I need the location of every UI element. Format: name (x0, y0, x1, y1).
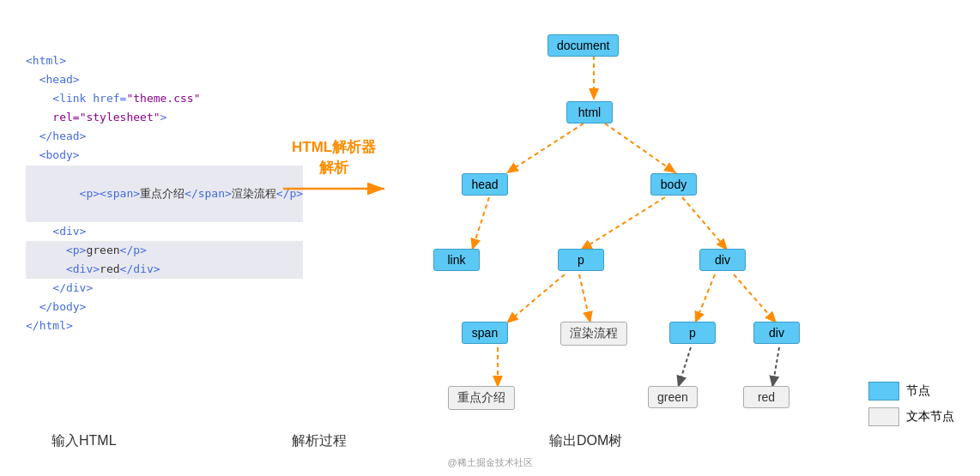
node-p2: p (669, 322, 716, 344)
node-link: link (433, 249, 480, 271)
node-html: html (566, 101, 613, 124)
svg-line-8 (580, 197, 665, 250)
legend: 节点 文本节点 (868, 382, 954, 433)
node-body: body (650, 173, 697, 196)
svg-line-10 (506, 274, 565, 323)
watermark: @稀土掘金技术社区 (447, 456, 532, 469)
svg-line-13 (734, 274, 777, 323)
code-line: rel="stylesheet"> (26, 108, 303, 127)
node-red: red (743, 386, 789, 408)
svg-line-9 (682, 197, 728, 250)
legend-gray-box (868, 407, 899, 426)
code-line: <div> (26, 222, 303, 241)
tree-edges (403, 17, 918, 412)
svg-line-15 (678, 347, 691, 388)
node-span: span (462, 322, 508, 344)
node-document: document (547, 34, 619, 57)
label-output: 输出DOM树 (549, 432, 622, 450)
node-p: p (558, 249, 604, 271)
label-input: 输入HTML (51, 432, 117, 450)
parse-arrow (283, 172, 395, 206)
svg-line-7 (472, 197, 489, 250)
code-line: <p><span>重点介绍</span>渲染流程</p> (26, 166, 303, 222)
svg-line-6 (605, 124, 676, 173)
dom-tree: document html head body link p div span … (403, 17, 918, 412)
node-head: head (462, 173, 508, 196)
code-line: <head> (26, 70, 303, 89)
node-zhongdian: 重点介绍 (448, 386, 515, 410)
code-line: <div>red</div> (26, 260, 303, 279)
legend-blue-label: 节点 (906, 383, 930, 399)
code-line: <html> (26, 51, 303, 70)
svg-line-11 (579, 274, 590, 323)
code-line: </html> (26, 316, 303, 335)
code-line: <body> (26, 146, 303, 165)
code-panel: <html> <head> <link href="theme.css" rel… (26, 51, 303, 335)
svg-line-12 (695, 274, 715, 323)
code-line: </body> (26, 298, 303, 316)
code-line: <p>green</p> (26, 241, 303, 260)
node-green: green (648, 386, 698, 408)
svg-line-16 (772, 347, 779, 388)
code-line: </head> (26, 127, 303, 146)
node-text-render: 渲染流程 (560, 322, 627, 346)
node-div: div (699, 249, 746, 271)
legend-gray-label: 文本节点 (906, 409, 954, 425)
code-line: </div> (26, 279, 303, 298)
code-line: <link href="theme.css" (26, 89, 303, 108)
legend-blue-box (868, 382, 899, 401)
node-div2: div (753, 322, 800, 344)
svg-line-5 (506, 124, 584, 173)
label-process: 解析过程 (292, 432, 347, 450)
